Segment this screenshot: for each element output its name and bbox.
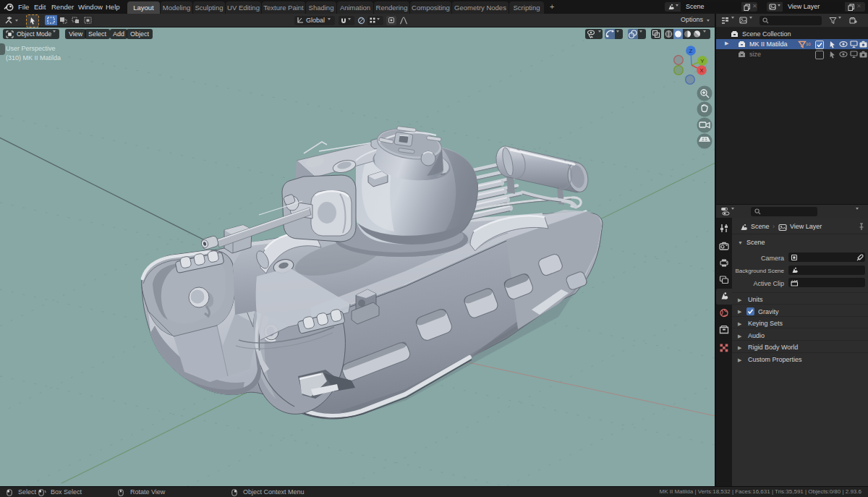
svg-text:X: X [699,67,704,74]
svg-text:Z: Z [689,48,693,54]
svg-text:Y: Y [700,58,705,64]
